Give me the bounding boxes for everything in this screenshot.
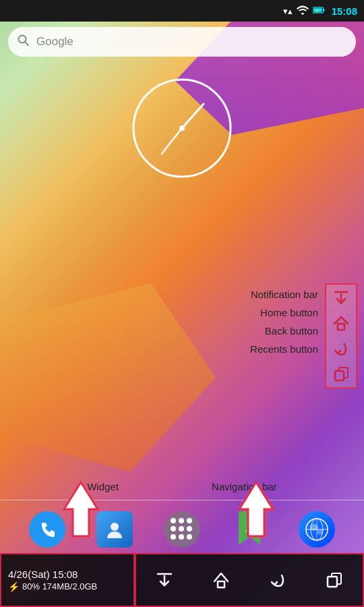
svg-line-7 bbox=[182, 104, 204, 128]
svg-point-9 bbox=[179, 125, 185, 131]
back-nav-btn[interactable] bbox=[257, 563, 298, 597]
search-label: Google bbox=[36, 35, 73, 49]
widget-arrow bbox=[54, 479, 108, 540]
recents-button-label: Recents button bbox=[250, 342, 318, 356]
home-nav-btn[interactable] bbox=[201, 563, 241, 597]
battery-small-icon: ⚡ bbox=[8, 581, 20, 592]
battery-icon: ⚡ bbox=[313, 5, 325, 17]
status-time: 15:08 bbox=[332, 5, 357, 17]
wifi-signal-icon bbox=[297, 5, 309, 17]
search-bar[interactable]: Google bbox=[8, 27, 356, 57]
svg-point-26 bbox=[310, 524, 318, 531]
recents-nav-btn[interactable] bbox=[314, 563, 355, 597]
svg-line-8 bbox=[162, 128, 182, 154]
battery-percentage: 80% 174MB/2.0GB bbox=[22, 581, 97, 591]
notification-bar-icon[interactable] bbox=[326, 285, 356, 310]
navigation-arrow bbox=[229, 479, 283, 540]
battery-info: ⚡ 80% 174MB/2.0GB bbox=[8, 581, 127, 592]
svg-text:⚡: ⚡ bbox=[315, 8, 320, 13]
svg-point-27 bbox=[317, 529, 324, 535]
app-drawer-icon[interactable] bbox=[164, 511, 200, 548]
recents-button-icon[interactable] bbox=[326, 362, 356, 387]
search-icon bbox=[18, 34, 30, 50]
back-button-icon[interactable] bbox=[326, 336, 356, 362]
home-button-label: Home button bbox=[260, 306, 318, 320]
notification-bar-label: Notification bar bbox=[251, 287, 318, 301]
notification-nav-btn[interactable] bbox=[144, 563, 185, 597]
icon-column bbox=[325, 283, 357, 388]
status-bar: ▾▴ ⚡ 15:08 bbox=[0, 0, 364, 22]
label-list: Notification bar Home button Back button… bbox=[250, 283, 318, 356]
home-button-icon[interactable] bbox=[326, 310, 356, 336]
svg-rect-30 bbox=[218, 581, 224, 587]
svg-rect-13 bbox=[335, 371, 344, 380]
svg-point-18 bbox=[111, 523, 119, 531]
svg-line-5 bbox=[25, 42, 28, 45]
svg-rect-2 bbox=[324, 9, 325, 11]
back-button-label: Back button bbox=[265, 324, 318, 338]
bottom-nav-bar bbox=[135, 553, 364, 607]
svg-rect-31 bbox=[328, 577, 337, 587]
svg-rect-12 bbox=[338, 324, 344, 330]
wifi-icon: ▾▴ bbox=[283, 6, 293, 16]
browser-app-icon[interactable] bbox=[299, 511, 335, 548]
bottom-status-bar: 4/26(Sat) 15:08 ⚡ 80% 174MB/2.0GB bbox=[0, 553, 135, 607]
date-time-display: 4/26(Sat) 15:08 bbox=[8, 569, 127, 580]
labels-panel: Notification bar Home button Back button… bbox=[250, 283, 357, 388]
clock-widget bbox=[128, 74, 236, 182]
